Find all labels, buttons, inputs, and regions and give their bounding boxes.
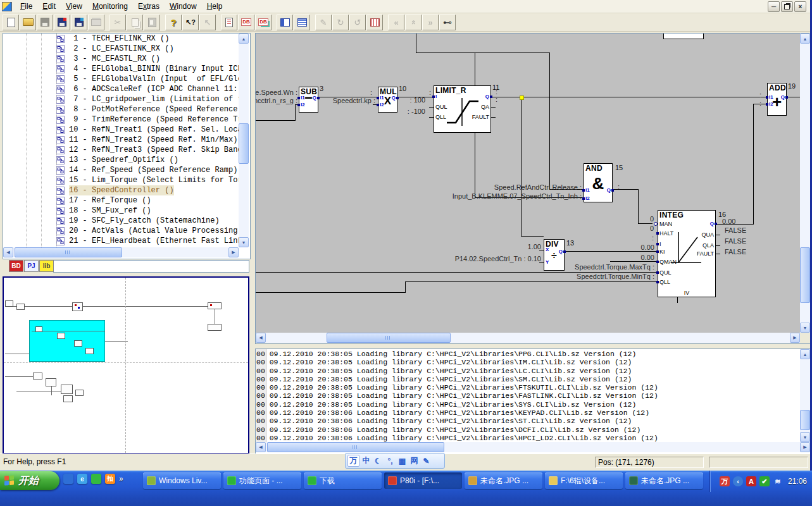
- scroll-right-button[interactable]: ▶: [800, 442, 810, 452]
- tree-item[interactable]: 4 - EFLGlobal_BININ (Binary Input ICP CA…: [3, 64, 239, 74]
- quicklaunch-messenger-icon[interactable]: [63, 474, 73, 484]
- block-partial-block[interactable]: [663, 34, 704, 39]
- block-and[interactable]: AND&I1I2Q: [584, 163, 613, 202]
- tree-item[interactable]: 9 - TrimReference (Speed Reference Trim …: [3, 114, 239, 125]
- block-integ[interactable]: INTEGMANHALTIKIQMANQULQLLQQUAQLAFAULTIV: [658, 210, 716, 297]
- toolbar-trace-button[interactable]: [366, 15, 383, 30]
- menu-item-help[interactable]: Help: [202, 1, 228, 12]
- menu-item-edit[interactable]: Edit: [37, 1, 61, 12]
- toolbar-print-button[interactable]: [88, 15, 104, 30]
- close-button[interactable]: ×: [794, 1, 806, 12]
- tree-item[interactable]: 18 - SM_Fux_ref (): [3, 206, 239, 216]
- minimize-button[interactable]: ─: [768, 1, 780, 12]
- ime-language-bar[interactable]: 万中☾°,▦网✎: [345, 453, 445, 469]
- canvas-vscrollbar[interactable]: ▲ ▼: [800, 34, 810, 333]
- taskbar-window-button[interactable]: Windows Liv...: [143, 472, 221, 489]
- tree-item[interactable]: 3 - MC_EFASTL_RX (): [3, 54, 239, 64]
- toolbar-tile-windows-button[interactable]: [277, 15, 293, 30]
- scroll-thumb[interactable]: [239, 123, 249, 164]
- scroll-thumb[interactable]: [15, 247, 122, 257]
- scroll-thumb[interactable]: [267, 442, 444, 452]
- tree-item[interactable]: 11 - RefN_Treat2 (Speed Ref. Min/Max): [3, 135, 239, 145]
- tree-item[interactable]: 19 - SFC_Fly_catch (Statemachine): [3, 216, 239, 226]
- tree-item[interactable]: 12 - RefN_Treat3 (Speed Ref. Skip Bands): [3, 145, 239, 155]
- block-add[interactable]: ADD+I1I2Q: [767, 83, 787, 116]
- tree-item[interactable]: 13 - Speedref_Optifix (): [3, 155, 239, 165]
- tab-pj[interactable]: PJ: [24, 260, 39, 272]
- tree-item[interactable]: 17 - Ref_Torque (): [3, 195, 239, 206]
- tree-item[interactable]: 7 - LC_gridpower_lim (Limitation of the …: [3, 94, 239, 104]
- toolbar-cycle-button[interactable]: ↻: [332, 15, 349, 30]
- tray-clock[interactable]: 21:06: [788, 477, 807, 486]
- scroll-down-button[interactable]: ▼: [800, 432, 810, 442]
- tray-network-icon[interactable]: ≋: [773, 476, 783, 486]
- scroll-thumb[interactable]: [327, 333, 451, 343]
- toolbar-io-list-button[interactable]: [221, 15, 237, 30]
- menu-item-view[interactable]: View: [61, 1, 87, 12]
- start-button[interactable]: 开始: [0, 471, 59, 490]
- ime-softkeyboard-icon[interactable]: ▦: [397, 455, 408, 466]
- toolbar-load-from-target-button[interactable]: [71, 15, 87, 30]
- tree-item[interactable]: 15 - Lim_Torque (Select Limits for Torqu…: [3, 175, 239, 185]
- ime-tools-icon[interactable]: ✎: [421, 455, 432, 466]
- ime-halfwidth-icon[interactable]: ☾: [373, 455, 384, 466]
- canvas-hscrollbar[interactable]: ◀ ▶: [256, 333, 800, 343]
- overview-minimap[interactable]: [3, 276, 249, 454]
- block-sub[interactable]: SUB−I1I2Q: [299, 87, 318, 113]
- toolbar-new-button[interactable]: [3, 15, 19, 30]
- block-limit_r[interactable]: LIMIT_RIQULQLLQQAFAULT: [434, 85, 491, 133]
- scroll-right-button[interactable]: ▶: [790, 333, 800, 343]
- taskbar-window-button[interactable]: F:\6辊\设备...: [545, 472, 623, 489]
- tray-hide-icons-icon[interactable]: ‹: [733, 476, 743, 486]
- toolbar-help-button[interactable]: ?: [165, 15, 182, 30]
- toolbar-cycle-stop-button[interactable]: ↺: [349, 15, 366, 30]
- scroll-thumb[interactable]: [800, 410, 810, 430]
- scroll-left-button[interactable]: ◀: [256, 333, 266, 343]
- toolbar-probe-button[interactable]: ✎: [315, 15, 332, 30]
- block-mul[interactable]: MULXI1I2Q: [378, 87, 397, 113]
- quicklaunch-downloader-icon[interactable]: [91, 474, 101, 484]
- toolbar-cut-button[interactable]: ✂: [109, 15, 126, 30]
- toolbar-open-button[interactable]: [20, 15, 36, 30]
- tree-vscrollbar[interactable]: ▲ ▼: [239, 34, 249, 247]
- quicklaunch-more-chevron[interactable]: »: [119, 474, 123, 483]
- toolbar-save-to-target-button[interactable]: [54, 15, 70, 30]
- menu-item-monitoring[interactable]: Monitoring: [87, 1, 133, 12]
- scroll-left-button[interactable]: ◀: [3, 247, 13, 257]
- taskbar-window-button[interactable]: 功能页面 - ...: [223, 472, 301, 489]
- toolbar-copy-button[interactable]: [127, 15, 143, 30]
- toolbar-key-button[interactable]: ⊷: [439, 15, 456, 30]
- tray-reader-icon[interactable]: A: [746, 476, 756, 486]
- taskbar-window-button[interactable]: 下载: [304, 472, 382, 489]
- toolbar-pointer-button[interactable]: ↖: [199, 15, 216, 30]
- menu-item-extras[interactable]: Extras: [133, 1, 165, 12]
- tab-lib[interactable]: lib: [39, 260, 54, 272]
- ime-web-icon[interactable]: 网: [409, 455, 420, 466]
- log-vscrollbar[interactable]: ▲ ▼: [800, 349, 810, 442]
- toolbar-database-button[interactable]: DB: [238, 15, 254, 30]
- toolbar-table-view-button[interactable]: [294, 15, 310, 30]
- tree-item[interactable]: 8 - PotMotReference (Speed Reference Mot…: [3, 104, 239, 114]
- tree-item[interactable]: 16 - SpeedController (): [3, 185, 239, 195]
- taskbar-window-button[interactable]: 未命名.JPG ...: [625, 472, 703, 489]
- menu-item-file[interactable]: File: [15, 1, 37, 12]
- toolbar-go-up-button[interactable]: »: [405, 15, 422, 30]
- quicklaunch-internet-explorer-icon[interactable]: e: [77, 474, 87, 484]
- tree-item[interactable]: 10 - RefN_Treat1 (Speed Ref. Sel. Local/…: [3, 125, 239, 135]
- taskbar-window-button[interactable]: P80i - [F:\...: [384, 472, 462, 489]
- log-hscrollbar[interactable]: ◀ ▶: [256, 442, 810, 452]
- scroll-down-button[interactable]: ▼: [800, 323, 810, 333]
- tree-hscrollbar[interactable]: ◀ ▶: [3, 247, 239, 257]
- ime-input-method-icon[interactable]: 万: [347, 455, 359, 467]
- tree-item[interactable]: 2 - LC_EFASTLINK_RX (): [3, 44, 239, 54]
- scroll-right-button[interactable]: ▶: [228, 247, 239, 257]
- tree-item[interactable]: 1 - TECH_EFLINK_RX (): [3, 34, 239, 44]
- toolbar-save-button[interactable]: [37, 15, 53, 30]
- toolbar-paste-button[interactable]: [144, 15, 160, 30]
- toolbar-go-first-button[interactable]: «: [388, 15, 404, 30]
- scroll-thumb[interactable]: [800, 247, 810, 303]
- scroll-down-button[interactable]: ▼: [239, 237, 249, 247]
- search-input[interactable]: [53, 260, 249, 273]
- tab-bd[interactable]: BD: [9, 260, 23, 272]
- tree-item[interactable]: 21 - EFL_Heardbeat (Ethernet Fast Link u…: [3, 236, 239, 246]
